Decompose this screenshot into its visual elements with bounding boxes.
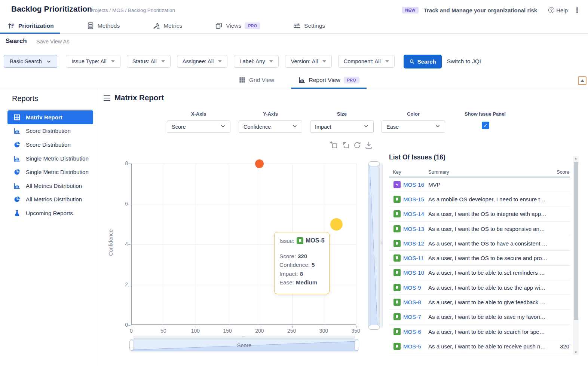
sidebar-item-single-metric-distribution[interactable]: Single Metric Distribution bbox=[7, 152, 93, 165]
table-row[interactable]: MOS-12As a user, I want the OS to have a… bbox=[389, 236, 570, 251]
sidebar-item-label: Score Distribution bbox=[26, 128, 71, 134]
filter-issue-type-all[interactable]: Issue Type: All bbox=[66, 55, 120, 68]
y-axis-select[interactable]: Confidence bbox=[239, 121, 302, 133]
control-label-color: Color bbox=[382, 111, 445, 117]
x-slider-track[interactable]: ⋯ bbox=[134, 336, 355, 339]
table-row[interactable]: MOS-7As a user, I want to be able to sav… bbox=[389, 310, 570, 324]
sidebar-item-single-metric-distribution[interactable]: Single Metric Distribution bbox=[7, 165, 93, 179]
filter-component-all[interactable]: Component: All bbox=[338, 55, 395, 68]
scatter-point[interactable] bbox=[330, 218, 343, 231]
issue-key-link[interactable]: MOS-15 bbox=[403, 196, 424, 202]
metrics-icon bbox=[153, 22, 160, 30]
hamburger-menu-icon[interactable] bbox=[104, 95, 110, 101]
table-row[interactable]: MOS-6As a user, I want to be able to sea… bbox=[389, 324, 570, 339]
color-select[interactable]: Ease bbox=[382, 121, 445, 133]
tab-report-view[interactable]: Report View PRO bbox=[291, 71, 367, 89]
tick-mark bbox=[128, 285, 131, 285]
triangle-up-icon bbox=[581, 79, 584, 82]
issue-key-link[interactable]: MOS-7 bbox=[403, 314, 421, 320]
y-slider-track[interactable] bbox=[379, 164, 383, 327]
slider-grip[interactable]: ⋮ bbox=[380, 241, 383, 244]
filter-label: Label: Any bbox=[239, 58, 265, 64]
slider-grip[interactable]: ⋯ bbox=[134, 335, 355, 338]
sidebar-item-score-distribution[interactable]: Score Distribution bbox=[7, 138, 93, 152]
tooltip-field: Confidence:5 bbox=[279, 260, 325, 269]
tab-views[interactable]: ViewsPRO bbox=[215, 18, 260, 33]
switch-to-jql-link[interactable]: Switch to JQL bbox=[447, 58, 483, 65]
filter-label-any[interactable]: Label: Any bbox=[234, 55, 279, 68]
issue-key-link[interactable]: MOS-9 bbox=[403, 284, 421, 291]
sidebar-item-score-distribution[interactable]: Score Distribution bbox=[7, 124, 93, 138]
table-row[interactable]: MOS-11As a user, I want the OS to be sec… bbox=[389, 251, 570, 265]
story-icon bbox=[393, 299, 401, 306]
table-row[interactable]: MOS-15As a mobile OS developer, I need t… bbox=[389, 192, 570, 207]
table-row[interactable]: MOS-10As a user, I want to be able to se… bbox=[389, 266, 570, 280]
tab-prioritization[interactable]: Prioritization bbox=[7, 18, 54, 33]
download-icon[interactable] bbox=[365, 141, 373, 149]
issue-key-link[interactable]: MOS-16 bbox=[403, 182, 424, 188]
x-range-slider[interactable]: ⋯ Score bbox=[131, 336, 358, 351]
filter-status-all[interactable]: Status: All bbox=[127, 55, 171, 68]
filter-version-all[interactable]: Version: All bbox=[285, 55, 331, 68]
issue-key-link[interactable]: MOS-6 bbox=[403, 329, 421, 335]
zoom-back-icon[interactable] bbox=[342, 141, 350, 149]
tab-methods[interactable]: Methods bbox=[87, 18, 120, 33]
tick-mark bbox=[128, 204, 131, 204]
table-row[interactable]: MOS-14As a user, I want the OS to integr… bbox=[389, 207, 570, 222]
help-button[interactable]: ? Help bbox=[548, 7, 568, 13]
issue-key-link[interactable]: MOS-10 bbox=[403, 269, 424, 276]
issue-key-link[interactable]: MOS-11 bbox=[403, 255, 424, 261]
show-issue-panel-checkbox[interactable]: ✓ bbox=[482, 122, 489, 129]
issue-key-link[interactable]: MOS-14 bbox=[403, 211, 424, 217]
slider-handle-right[interactable] bbox=[355, 340, 359, 351]
tab-grid-view[interactable]: Grid View bbox=[239, 71, 274, 89]
issue-key-link[interactable]: MOS-12 bbox=[403, 240, 424, 247]
slider-handle-left[interactable] bbox=[129, 340, 134, 351]
y-tick-label: 4 bbox=[118, 241, 128, 247]
sidebar-item-all-metrics-distribution[interactable]: All Metrics Distribution bbox=[7, 179, 93, 193]
question-mark-icon: ? bbox=[548, 7, 554, 13]
table-row[interactable]: MOS-9As a user, I want to be able to use… bbox=[389, 280, 570, 295]
scrollbar-thumb[interactable] bbox=[574, 162, 578, 320]
field-label: Score: bbox=[279, 252, 296, 260]
dropdown-caret-icon bbox=[218, 60, 222, 62]
zoom-box-icon[interactable] bbox=[330, 141, 338, 149]
dropdown-caret-icon bbox=[111, 60, 115, 62]
tab-settings[interactable]: Settings bbox=[293, 18, 325, 33]
slider-handle-top[interactable] bbox=[368, 161, 380, 166]
sidebar-item-matrix-report[interactable]: Matrix Report bbox=[7, 110, 93, 124]
refresh-icon[interactable] bbox=[353, 141, 361, 149]
table-row[interactable]: MOS-5As a user, I want to be able to rec… bbox=[389, 339, 570, 354]
x-axis-select[interactable]: Score bbox=[167, 121, 230, 133]
kebab-menu-icon[interactable]: ⋮ bbox=[573, 6, 581, 14]
issue-key-link[interactable]: MOS-13 bbox=[403, 226, 424, 232]
table-row[interactable]: MOS-8As a user, I want to be able to giv… bbox=[389, 295, 570, 309]
selected-value: Score bbox=[172, 124, 186, 130]
search-button[interactable]: Search bbox=[404, 55, 442, 68]
summary-cell: As a user, I want to be able to save my … bbox=[428, 314, 548, 320]
story-icon bbox=[393, 254, 401, 262]
sidebar-item-all-metrics-distribution[interactable]: All Metrics Distribution bbox=[7, 193, 93, 207]
table-row[interactable]: MOS-13As a user, I want the OS to be res… bbox=[389, 222, 570, 236]
size-select[interactable]: Impact bbox=[310, 121, 374, 133]
basic-search-dropdown[interactable]: Basic Search bbox=[4, 55, 57, 68]
issue-key-link[interactable]: MOS-8 bbox=[403, 299, 421, 305]
save-view-as-link[interactable]: Save View As bbox=[36, 39, 69, 45]
selected-value: Impact bbox=[315, 124, 331, 130]
scrollbar-down-button[interactable]: ▼ bbox=[573, 350, 579, 355]
table-row[interactable]: MOS-16MVP bbox=[389, 177, 570, 192]
tab-metrics[interactable]: Metrics bbox=[153, 18, 182, 33]
field-label: Impact: bbox=[279, 269, 298, 278]
sidebar-item-label: All Metrics Distribution bbox=[26, 183, 82, 189]
y-range-slider[interactable]: ⋮ bbox=[368, 161, 383, 330]
sidebar-item-upcoming-reports[interactable]: Upcoming Reports bbox=[7, 206, 93, 220]
tab-label: Prioritization bbox=[18, 22, 54, 29]
collapse-panel-button[interactable] bbox=[578, 76, 587, 85]
scrollbar-up-button[interactable]: ▲ bbox=[573, 156, 579, 161]
issues-scrollbar[interactable]: ▲ ▼ bbox=[573, 156, 579, 355]
issue-key-link[interactable]: MOS-5 bbox=[403, 343, 421, 350]
slider-handle-bottom[interactable] bbox=[368, 325, 380, 330]
scatter-point[interactable] bbox=[255, 159, 264, 168]
y-tick-label: 6 bbox=[118, 201, 128, 207]
filter-assignee-all[interactable]: Assignee: All bbox=[177, 55, 228, 68]
